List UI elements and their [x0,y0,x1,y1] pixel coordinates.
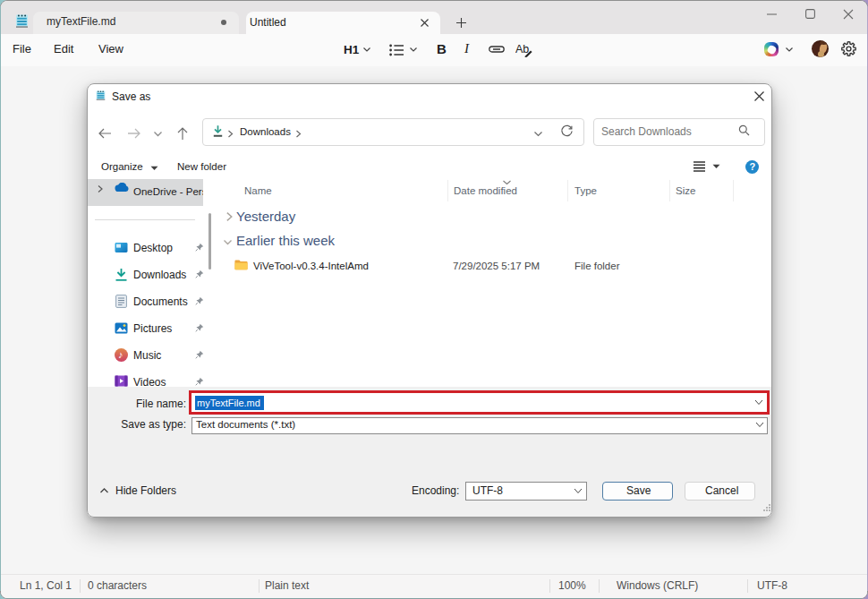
svg-text:Ab: Ab [515,43,529,56]
